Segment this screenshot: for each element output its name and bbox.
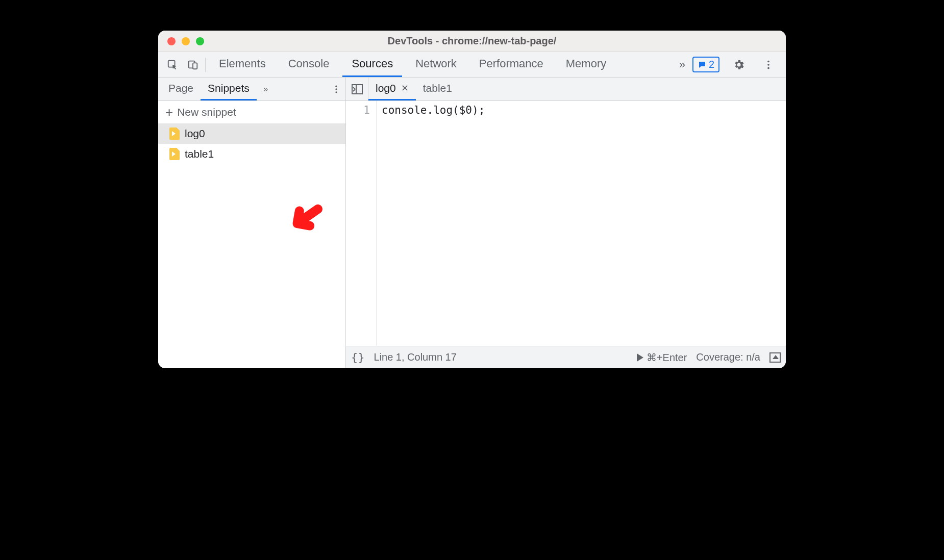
devtools-window: DevTools - chrome://new-tab-page/ Elemen… — [158, 31, 786, 368]
minimize-window-button[interactable] — [182, 37, 190, 45]
sidebar: Page Snippets » + New snippet log0 — [158, 78, 346, 368]
play-icon — [637, 353, 643, 362]
device-toggle-icon[interactable] — [183, 55, 203, 75]
toolbar-right: 2 — [692, 55, 782, 75]
subtabs-overflow-button[interactable]: » — [257, 78, 275, 100]
svg-rect-2 — [193, 63, 197, 69]
svg-point-8 — [335, 91, 337, 93]
tab-console[interactable]: Console — [279, 52, 339, 77]
main-tabs: ElementsConsoleSourcesNetworkPerformance… — [210, 52, 672, 77]
cursor-position: Line 1, Column 17 — [374, 351, 457, 363]
code-content[interactable]: console.log($0); — [377, 101, 786, 346]
panel-body: Page Snippets » + New snippet log0 — [158, 78, 786, 368]
run-snippet-button[interactable]: ⌘+Enter — [637, 351, 687, 364]
snippet-file-table1[interactable]: table1 — [158, 144, 345, 164]
window-title: DevTools - chrome://new-tab-page/ — [388, 35, 557, 47]
svg-point-5 — [767, 67, 769, 69]
zoom-window-button[interactable] — [196, 37, 204, 45]
tab-elements[interactable]: Elements — [210, 52, 275, 77]
main-toolbar: ElementsConsoleSourcesNetworkPerformance… — [158, 52, 786, 78]
messages-badge[interactable]: 2 — [692, 57, 719, 72]
coverage-status[interactable]: Coverage: n/a — [696, 351, 760, 363]
file-tab-table1[interactable]: table1 — [416, 78, 459, 100]
line-gutter: 1 — [346, 101, 377, 346]
svg-point-6 — [335, 85, 337, 87]
sidebar-content: + New snippet log0 table1 — [158, 101, 345, 368]
close-window-button[interactable] — [167, 37, 176, 45]
tab-sources[interactable]: Sources — [342, 52, 402, 77]
settings-gear-icon[interactable] — [729, 55, 749, 75]
tab-performance[interactable]: Performance — [470, 52, 553, 77]
file-tab-label: table1 — [423, 82, 452, 94]
messages-count: 2 — [709, 59, 714, 70]
titlebar: DevTools - chrome://new-tab-page/ — [158, 31, 786, 52]
pretty-print-icon[interactable]: {} — [351, 351, 365, 364]
statusbar: {} Line 1, Column 17 ⌘+Enter Coverage: n… — [346, 346, 786, 368]
subtab-page[interactable]: Page — [161, 78, 201, 100]
navigator-toggle-icon[interactable] — [346, 78, 368, 100]
svg-point-4 — [767, 64, 769, 66]
plus-icon: + — [165, 106, 173, 119]
drawer-toggle-icon[interactable] — [769, 352, 781, 363]
svg-rect-9 — [352, 85, 362, 94]
more-tabs-button[interactable]: » — [672, 55, 692, 75]
code-editor[interactable]: 1 console.log($0); — [346, 101, 786, 346]
editor-panel: log0 ✕ table1 1 console.log($0); {} Line… — [346, 78, 786, 368]
svg-point-3 — [767, 60, 769, 62]
close-tab-icon[interactable]: ✕ — [401, 83, 409, 94]
sidebar-subtabs: Page Snippets » — [158, 78, 345, 101]
file-tab-label: log0 — [376, 82, 396, 94]
subtab-snippets[interactable]: Snippets — [201, 78, 257, 100]
inspect-element-icon[interactable] — [162, 55, 183, 75]
toolbar-divider — [205, 58, 206, 72]
snippet-file-icon — [169, 128, 180, 140]
new-snippet-button[interactable]: + New snippet — [158, 101, 345, 123]
kebab-menu-icon[interactable] — [758, 55, 779, 75]
file-tab-log0[interactable]: log0 ✕ — [368, 78, 416, 100]
tab-memory[interactable]: Memory — [557, 52, 615, 77]
line-number: 1 — [346, 104, 370, 116]
window-controls — [167, 37, 204, 45]
svg-point-7 — [335, 88, 337, 90]
sidebar-kebab-icon[interactable] — [327, 78, 345, 100]
snippet-file-log0[interactable]: log0 — [158, 123, 345, 144]
file-tabs: log0 ✕ table1 — [346, 78, 786, 101]
snippet-file-icon — [169, 148, 180, 160]
snippet-file-name: log0 — [185, 128, 205, 140]
red-arrow-annotation-icon — [285, 199, 326, 240]
snippet-file-name: table1 — [185, 148, 214, 160]
run-shortcut-hint: ⌘+Enter — [647, 351, 687, 364]
tab-network[interactable]: Network — [406, 52, 466, 77]
new-snippet-label: New snippet — [177, 106, 236, 118]
